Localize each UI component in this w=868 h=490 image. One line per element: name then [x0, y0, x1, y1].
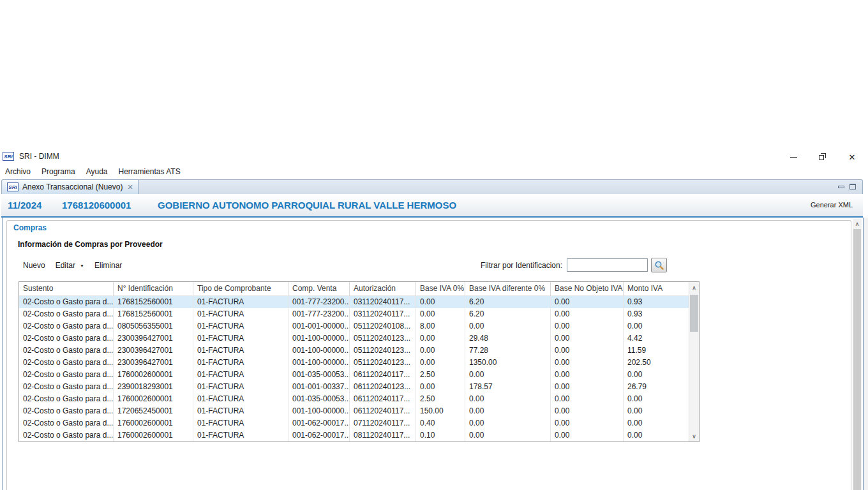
table-cell: 001-100-00000...: [288, 357, 350, 369]
table-cell: 0.00: [624, 369, 689, 381]
table-cell: 0.00: [465, 405, 551, 417]
window-title: SRI - DIMM: [19, 152, 59, 161]
column-header[interactable]: Autorización: [350, 282, 416, 296]
table-row[interactable]: 02-Costo o Gasto para d...17600026000010…: [19, 417, 699, 429]
column-header[interactable]: Base IVA 0%: [416, 282, 465, 296]
compras-section-title: Compras: [13, 223, 47, 232]
table-cell: 0.00: [624, 393, 689, 405]
table-row[interactable]: 02-Costo o Gasto para d...17600026000010…: [19, 393, 699, 405]
table-cell: 0.00: [551, 320, 624, 332]
table-scroll-down-icon[interactable]: ∨: [689, 431, 699, 441]
table-row[interactable]: 02-Costo o Gasto para d...17681525600010…: [19, 308, 699, 320]
table-cell: 051120240123...: [350, 345, 416, 357]
table-cell: 1760002600001: [114, 429, 193, 442]
table-cell: 1350.00: [465, 357, 551, 369]
editar-dropdown-caret-icon[interactable]: ▼: [80, 264, 84, 268]
table-cell: 01-FACTURA: [193, 296, 288, 308]
table-cell: 0.00: [416, 308, 465, 320]
search-button[interactable]: [651, 258, 667, 272]
scroll-up-icon[interactable]: ∧: [853, 219, 862, 228]
column-header[interactable]: Comp. Venta: [288, 282, 350, 296]
table-cell: 02-Costo o Gasto para d...: [19, 357, 114, 369]
generar-xml-button[interactable]: Generar XML: [811, 201, 853, 209]
table-row[interactable]: 02-Costo o Gasto para d...17600026000010…: [19, 369, 699, 381]
menu-item-programa[interactable]: Programa: [41, 167, 75, 176]
editar-button[interactable]: Editar: [56, 261, 75, 270]
table-cell: 051120240123...: [350, 332, 416, 345]
table-row[interactable]: 02-Costo o Gasto para d...17681525600010…: [19, 296, 699, 308]
table-cell: 0.00: [465, 369, 551, 381]
table-cell: 2300396427001: [114, 357, 193, 369]
table-body: 02-Costo o Gasto para d...17681525600010…: [19, 296, 699, 442]
view-minimize-icon[interactable]: [838, 186, 844, 188]
table-cell: 02-Costo o Gasto para d...: [19, 429, 114, 442]
table-cell: 02-Costo o Gasto para d...: [19, 296, 114, 308]
tab-anexo-transaccional[interactable]: SRi Anexo Transaccional (Nuevo) ✕: [3, 180, 138, 194]
tab-close-icon[interactable]: ✕: [127, 184, 133, 191]
table-cell: 01-FACTURA: [193, 369, 288, 381]
menu-item-herramientas-ats[interactable]: Herramientas ATS: [119, 167, 181, 176]
magnifier-icon: [654, 260, 664, 271]
view-buttons: [838, 184, 856, 189]
table-cell: 01-FACTURA: [193, 405, 288, 417]
table-cell: 031120240117...: [350, 308, 416, 320]
table-cell: 02-Costo o Gasto para d...: [19, 332, 114, 345]
ruc-label: 1768120600001: [62, 194, 131, 216]
table-cell: 02-Costo o Gasto para d...: [19, 381, 114, 393]
table-cell: 0.93: [624, 308, 689, 320]
table-scrollbar-thumb[interactable]: [690, 295, 698, 332]
table-row[interactable]: 02-Costo o Gasto para d...17206524500010…: [19, 405, 699, 417]
table-cell: 0.00: [416, 357, 465, 369]
column-header[interactable]: Base No Objeto IVA: [551, 282, 624, 296]
table-row[interactable]: 02-Costo o Gasto para d...08050563550010…: [19, 320, 699, 332]
menu-item-ayuda[interactable]: Ayuda: [86, 167, 108, 176]
column-header[interactable]: Monto IVA: [624, 282, 689, 296]
eliminar-button[interactable]: Eliminar: [94, 261, 122, 270]
window-titlebar: SRi SRI - DIMM: [0, 149, 868, 165]
table-cell: 8.00: [416, 320, 465, 332]
table-cell: 0.00: [465, 417, 551, 429]
table-cell: 0.00: [624, 429, 689, 442]
table-row[interactable]: 02-Costo o Gasto para d...23003964270010…: [19, 357, 699, 369]
table-cell: 1768152560001: [114, 296, 193, 308]
table-cell: 178.57: [465, 381, 551, 393]
window-minimize-button[interactable]: [779, 149, 808, 165]
window-close-button[interactable]: ✕: [837, 149, 867, 165]
table-cell: 071120240117...: [350, 417, 416, 429]
column-header[interactable]: Sustento: [19, 282, 114, 296]
page-scrollbar[interactable]: ∧: [853, 219, 862, 490]
table-row[interactable]: 02-Costo o Gasto para d...17600026000010…: [19, 429, 699, 442]
table-cell: 0.00: [551, 345, 624, 357]
table-cell: 0.00: [551, 296, 624, 308]
table-cell: 02-Costo o Gasto para d...: [19, 369, 114, 381]
filter-input[interactable]: [567, 258, 648, 272]
table-scrollbar[interactable]: ∧ ∨: [689, 282, 699, 442]
table-cell: 01-FACTURA: [193, 393, 288, 405]
tab-sri-icon: SRi: [7, 182, 19, 191]
table-cell: 0.00: [416, 345, 465, 357]
view-maximize-icon[interactable]: [849, 184, 856, 189]
table-row[interactable]: 02-Costo o Gasto para d...23003964270010…: [19, 345, 699, 357]
table-row[interactable]: 02-Costo o Gasto para d...23003964270010…: [19, 332, 699, 345]
window-restore-button[interactable]: [808, 149, 837, 165]
table-row[interactable]: 02-Costo o Gasto para d...23900182930010…: [19, 381, 699, 393]
table-cell: 061120240123...: [350, 381, 416, 393]
column-header[interactable]: Base IVA diferente 0%: [465, 282, 551, 296]
table-cell: 01-FACTURA: [193, 320, 288, 332]
window-left-border: [2, 218, 3, 490]
table-cell: 0.00: [551, 369, 624, 381]
table-cell: 11.59: [624, 345, 689, 357]
column-header[interactable]: Tipo de Comprobante: [193, 282, 288, 296]
table-cell: 4.42: [624, 332, 689, 345]
table-scroll-up-icon[interactable]: ∧: [689, 283, 699, 292]
table-cell: 0.00: [551, 417, 624, 429]
nuevo-button[interactable]: Nuevo: [23, 261, 45, 270]
menu-item-archivo[interactable]: Archivo: [5, 167, 31, 176]
tab-label: Anexo Transaccional (Nuevo): [22, 182, 123, 191]
table-cell: 202.50: [624, 357, 689, 369]
table-cell: 6.20: [465, 296, 551, 308]
table-cell: 0.00: [624, 405, 689, 417]
page-scrollbar-thumb[interactable]: [853, 229, 861, 490]
column-header[interactable]: N° Identificación: [114, 282, 193, 296]
table-cell: 0.00: [551, 381, 624, 393]
